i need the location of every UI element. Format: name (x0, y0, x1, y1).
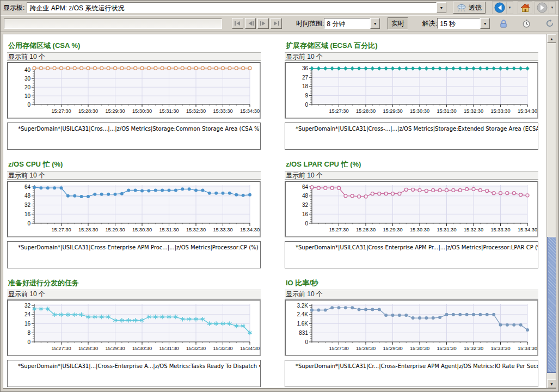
lens-button-label: 透镜 (469, 3, 482, 13)
svg-text:15:31:30: 15:31:30 (437, 108, 456, 114)
chart-plot[interactable]: 01020304015:27:3015:28:3015:29:3015:30:3… (7, 62, 261, 119)
live-mode-button[interactable]: 实时 (388, 17, 408, 29)
scroll-down-button[interactable]: ▼ (547, 379, 556, 388)
chart-plot[interactable]: 0816243215:27:3015:28:3015:29:3015:30:30… (7, 299, 261, 356)
chart-legend: *SuperDomain*|USILCA31|Cross-Enterprise … (285, 241, 538, 268)
svg-text:16: 16 (302, 211, 309, 217)
scroll-up-button[interactable]: ▲ (547, 34, 556, 43)
chart-plot[interactable]: 01632486415:27:3015:28:3015:29:3015:30:3… (285, 181, 538, 237)
chart-legend: *SuperDomain*|USILCA31|Cros...|...|z/OS … (7, 122, 261, 150)
chart-subtitle: 显示前 10 个 (7, 52, 261, 61)
skip-to-start-icon (234, 21, 241, 26)
resolution-value[interactable]: 15 秒 (437, 18, 480, 29)
step-forward-button[interactable] (257, 18, 269, 29)
chart-panel-lpar-cpu: z/OS LPAR CPU 忙 (%) 显示前 10 个 01632486415… (285, 158, 538, 268)
scrollbar-thumb[interactable] (547, 237, 556, 373)
chart-legend: *SuperDomain*|USILCA31|...|Cross-Enterpr… (7, 360, 261, 387)
legend-item[interactable]: *SuperDomain*|USILCA31|...|Cross-Enterpr… (15, 363, 258, 370)
chart-panel-io-rate: IO 比率/秒 显示前 10 个 08311.6K2.4K3.2K15:27:3… (285, 277, 538, 387)
forward-button[interactable] (535, 1, 549, 14)
go-to-end-button[interactable] (271, 18, 282, 29)
svg-text:15:33:30: 15:33:30 (490, 108, 510, 114)
chevron-down-icon: ▼ (440, 6, 444, 10)
back-button[interactable] (492, 1, 507, 14)
vertical-scrollbar[interactable]: ▲ ▼ (546, 34, 556, 388)
svg-text:15:31:30: 15:31:30 (159, 108, 179, 114)
back-dropdown-button[interactable]: ▼ (507, 1, 513, 14)
svg-text:15:33:30: 15:33:30 (490, 227, 510, 232)
svg-text:16: 16 (24, 321, 31, 327)
svg-text:15:32:30: 15:32:30 (186, 227, 206, 232)
legend-item[interactable]: *SuperDomain*|USILCA31|Cross-...|...|z/O… (293, 125, 536, 132)
lens-button[interactable]: 透镜 (453, 2, 486, 14)
chart-legend: *SuperDomain*|USILCA31|Cr...|Cross-Enter… (285, 360, 538, 387)
step-back-button[interactable] (245, 18, 256, 29)
svg-text:15:28:30: 15:28:30 (78, 346, 98, 351)
time-range-dropdown-button[interactable]: ▼ (370, 18, 380, 29)
svg-text:15:28:30: 15:28:30 (356, 227, 376, 232)
legend-item[interactable]: *SuperDomain*|USILCA31|Cros...|...|z/OS … (15, 125, 258, 132)
svg-text:10: 10 (24, 93, 31, 99)
stopwatch-button[interactable] (521, 17, 532, 29)
scroll-down-icon: ▼ (550, 382, 554, 386)
svg-text:15:28:30: 15:28:30 (78, 108, 98, 114)
chevron-down-icon: ▼ (508, 6, 512, 9)
chart-plot[interactable]: 01632486415:27:3015:28:3015:29:3015:30:3… (7, 181, 261, 237)
home-button[interactable] (518, 1, 532, 14)
time-range-value[interactable]: 8 分钟 (324, 18, 370, 29)
svg-text:15:34:30: 15:34:30 (240, 346, 260, 351)
time-range-group: 时间范围: 8 分钟 ▼ (296, 18, 380, 29)
time-toolbar: 时间范围: 8 分钟 ▼ 实时 解决: 15 秒 ▼ (1, 15, 558, 32)
go-to-start-button[interactable] (232, 18, 243, 29)
svg-text:15:30:30: 15:30:30 (410, 346, 429, 351)
dashboard-content: 公用存储区域 (CSA %) 显示前 10 个 01020304015:27:3… (1, 33, 558, 391)
chart-plot[interactable]: 08311.6K2.4K3.2K15:27:3015:28:3015:29:30… (285, 299, 538, 356)
svg-text:15:31:30: 15:31:30 (159, 227, 179, 232)
svg-text:2.4K: 2.4K (297, 311, 308, 317)
time-range-select[interactable]: 8 分钟 ▼ (324, 18, 380, 29)
svg-text:15:32:30: 15:32:30 (464, 227, 483, 232)
resolution-select[interactable]: 15 秒 ▼ (437, 18, 490, 29)
legend-item[interactable]: *SuperDomain*|USILCA31|Cross-Enterprise … (293, 244, 536, 251)
svg-text:15:34:30: 15:34:30 (518, 227, 537, 232)
dashboard-select-value[interactable]: 跨企业 APM: z/OS 系统运行状况 (27, 2, 437, 13)
svg-text:48: 48 (302, 193, 309, 199)
time-range-field[interactable] (4, 19, 222, 29)
svg-text:15:34:30: 15:34:30 (518, 108, 537, 114)
line-chart: 08311.6K2.4K3.2K15:27:3015:28:3015:29:30… (286, 301, 537, 355)
svg-text:15:29:30: 15:29:30 (383, 108, 402, 114)
chart-subtitle: 显示前 10 个 (285, 52, 538, 61)
legend-item[interactable]: *SuperDomain*|USILCA31|Cr...|Cross-Enter… (293, 363, 536, 370)
home-icon (520, 3, 531, 13)
svg-text:27: 27 (302, 75, 309, 81)
svg-text:0: 0 (27, 339, 30, 345)
step-forward-icon (260, 21, 267, 26)
scroll-up-icon: ▲ (550, 37, 554, 41)
svg-text:15:29:30: 15:29:30 (105, 108, 125, 114)
legend-label: *SuperDomain*|USILCA31|Cross-Enterprise … (296, 244, 538, 250)
svg-text:36: 36 (302, 65, 309, 71)
dashboard-select[interactable]: 跨企业 APM: z/OS 系统运行状况 ▼ (27, 2, 446, 13)
svg-text:15:30:30: 15:30:30 (132, 227, 152, 232)
svg-text:15:34:30: 15:34:30 (240, 227, 260, 232)
legend-label: *SuperDomain*|USILCA31|Cros...|...|z/OS … (18, 126, 261, 132)
legend-item[interactable]: *SuperDomain*|USILCA31|Cross-Enterprise … (15, 244, 258, 251)
svg-text:0: 0 (305, 220, 308, 226)
skip-to-end-icon (273, 21, 280, 26)
lens-icon (457, 4, 466, 12)
svg-text:0: 0 (27, 102, 30, 108)
svg-text:15:28:30: 15:28:30 (356, 346, 376, 351)
legend-label: *SuperDomain*|USILCA31|Cross-...|...|z/O… (296, 126, 538, 132)
dashboard-dropdown-button[interactable]: ▼ (437, 2, 446, 13)
svg-text:15:33:30: 15:33:30 (213, 346, 232, 351)
resolution-dropdown-button[interactable]: ▼ (480, 18, 490, 29)
refresh-button[interactable] (544, 17, 555, 29)
chart-plot[interactable]: 0918273615:27:3015:28:3015:29:3015:30:30… (285, 62, 538, 119)
chart-title: 公用存储区域 (CSA %) (7, 40, 261, 52)
svg-text:15:30:30: 15:30:30 (132, 346, 152, 351)
svg-text:15:32:30: 15:32:30 (186, 346, 206, 351)
lock-button[interactable] (497, 17, 509, 29)
svg-text:0: 0 (305, 339, 308, 345)
svg-text:15:27:30: 15:27:30 (329, 346, 348, 351)
forward-dropdown-button[interactable]: ▼ (549, 1, 556, 14)
